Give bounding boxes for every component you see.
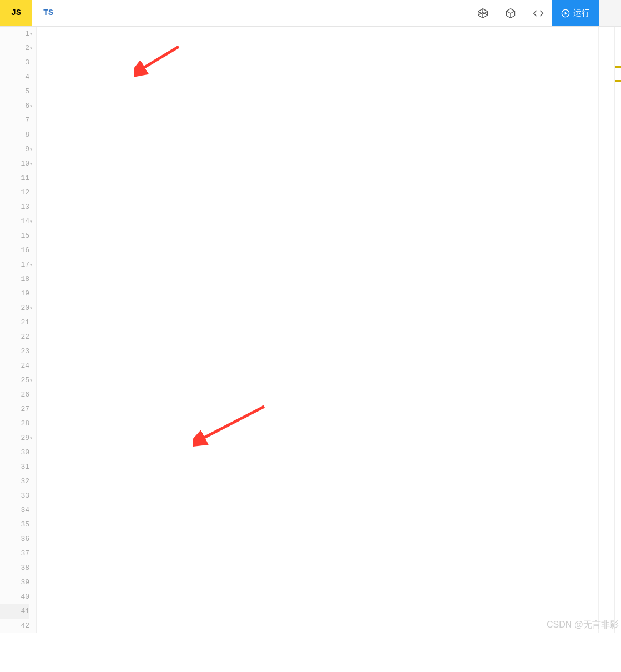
fold-marker-icon[interactable]: ▾	[29, 263, 33, 268]
fold-marker-icon[interactable]: ▾	[29, 147, 33, 153]
panel-separator[interactable]	[598, 27, 599, 633]
fold-marker-icon[interactable]: ▾	[29, 162, 33, 167]
line-number: 15	[0, 229, 29, 243]
code-area[interactable]	[37, 27, 621, 633]
line-number: 17	[0, 258, 29, 272]
run-label: 运行	[573, 8, 590, 18]
line-number: 26	[0, 388, 29, 402]
codepen-icon[interactable]	[469, 0, 497, 26]
fold-marker-icon[interactable]: ▾	[29, 306, 33, 312]
fold-marker-icon[interactable]: ▾	[29, 378, 33, 384]
tab-ts[interactable]: TS	[32, 0, 64, 26]
line-number: 9	[0, 142, 29, 157]
toolbar: JS TS 运行	[0, 0, 621, 27]
line-number: 14	[0, 214, 29, 229]
line-number: 6	[0, 99, 29, 113]
overview-ruler[interactable]	[614, 27, 621, 633]
line-number: 41	[0, 604, 29, 619]
line-number: 5	[0, 84, 29, 99]
line-number: 25	[0, 373, 29, 388]
line-number: 3	[0, 56, 29, 70]
line-number: 18	[0, 272, 29, 287]
app-root: JS TS 运行 1234567891011121314151617181920…	[0, 0, 621, 633]
line-number: 23	[0, 344, 29, 359]
fold-marker-icon[interactable]: ▾	[29, 32, 33, 37]
play-icon	[561, 9, 570, 18]
line-number: 16	[0, 243, 29, 258]
line-number: 34	[0, 503, 29, 518]
warning-marker	[615, 66, 621, 68]
line-number: 1	[0, 27, 29, 41]
line-number: 12	[0, 185, 29, 200]
line-number: 11	[0, 171, 29, 185]
line-number: 37	[0, 546, 29, 561]
line-number: 2	[0, 41, 29, 56]
fold-marker-icon[interactable]: ▾	[29, 46, 33, 52]
line-number: 20	[0, 301, 29, 315]
warning-marker	[615, 80, 621, 82]
line-number: 31	[0, 460, 29, 474]
watermark: CSDN @无言非影	[547, 619, 619, 631]
tab-js[interactable]: JS	[0, 0, 32, 26]
line-number: 30	[0, 445, 29, 460]
line-number: 38	[0, 561, 29, 575]
line-number: 8	[0, 128, 29, 142]
line-number: 13	[0, 200, 29, 214]
line-number: 36	[0, 532, 29, 546]
cube-icon[interactable]	[497, 0, 524, 26]
line-number: 22	[0, 330, 29, 344]
line-number: 29	[0, 431, 29, 445]
fold-marker-icon[interactable]: ▾	[29, 219, 33, 225]
gutter: 1234567891011121314151617181920212223242…	[0, 27, 37, 633]
line-number: 32	[0, 474, 29, 489]
line-number: 7	[0, 113, 29, 128]
code-icon[interactable]	[524, 0, 552, 26]
line-number: 35	[0, 518, 29, 532]
toolbar-spacer	[64, 0, 469, 26]
code-editor[interactable]: 1234567891011121314151617181920212223242…	[0, 27, 621, 633]
line-number: 28	[0, 417, 29, 431]
fold-marker-icon[interactable]: ▾	[29, 436, 33, 442]
line-number: 21	[0, 315, 29, 330]
line-number: 40	[0, 590, 29, 604]
line-number: 19	[0, 287, 29, 301]
line-number: 4	[0, 70, 29, 84]
line-number: 24	[0, 359, 29, 373]
run-button[interactable]: 运行	[552, 0, 599, 26]
line-number: 33	[0, 489, 29, 503]
line-number: 10	[0, 157, 29, 171]
right-panel-edge[interactable]	[599, 0, 621, 26]
line-number: 27	[0, 402, 29, 417]
fold-marker-icon[interactable]: ▾	[29, 104, 33, 109]
line-number: 39	[0, 575, 29, 590]
editor-separator	[461, 27, 461, 633]
line-number: 42	[0, 619, 29, 633]
